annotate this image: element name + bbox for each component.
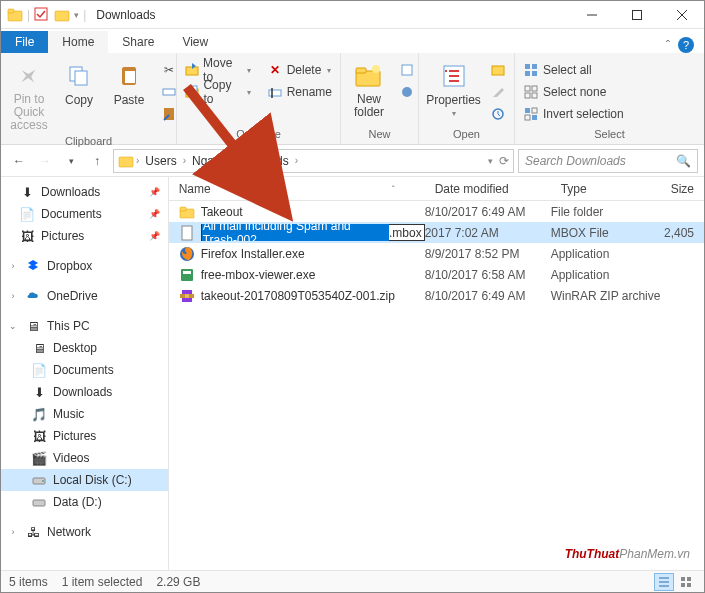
view-large-icons-button[interactable] — [676, 573, 696, 591]
qat-checkbox-icon[interactable] — [34, 7, 50, 23]
navigation-pane: ⬇Downloads📌 📄Documents📌 🖼Pictures📌 ›Drop… — [1, 177, 169, 570]
cut-icon: ✂ — [161, 62, 177, 78]
search-icon: 🔍 — [676, 154, 691, 168]
nav-up-button[interactable]: ↑ — [85, 149, 109, 173]
pin-to-quick-access-button[interactable]: Pin to Quick access — [5, 59, 53, 135]
nav-onedrive[interactable]: ›OneDrive — [1, 285, 168, 307]
chevron-right-icon[interactable]: › — [183, 155, 186, 166]
drive-icon — [31, 472, 47, 488]
refresh-icon[interactable]: ⟳ — [499, 154, 509, 168]
tab-home[interactable]: Home — [48, 31, 108, 53]
copy-button[interactable]: Copy — [55, 59, 103, 109]
new-folder-button[interactable]: New folder — [345, 59, 393, 121]
collapse-ribbon-icon[interactable]: ˆ — [666, 38, 670, 53]
new-item-icon — [399, 62, 415, 78]
nav-back-button[interactable]: ← — [7, 149, 31, 173]
firefox-icon — [179, 246, 195, 262]
onedrive-icon — [25, 288, 41, 304]
address-dropdown-icon[interactable]: ▾ — [488, 156, 493, 166]
nav-music[interactable]: 🎵Music — [1, 403, 168, 425]
svg-rect-35 — [532, 93, 537, 98]
copy-to-button[interactable]: Copy to▾ — [181, 81, 255, 103]
properties-button[interactable]: Properties▾ — [423, 59, 484, 120]
select-all-button[interactable]: Select all — [519, 59, 628, 81]
videos-icon: 🎬 — [31, 450, 47, 466]
nav-videos[interactable]: 🎬Videos — [1, 447, 168, 469]
crumb-downloads[interactable]: Downloads — [225, 154, 292, 168]
column-headers: Nameˆ Date modified Type Size — [169, 177, 704, 201]
chevron-right-icon[interactable]: › — [136, 155, 139, 166]
breadcrumb[interactable]: › Users › Nga › Downloads › ▾ ⟳ — [113, 149, 514, 173]
chevron-right-icon[interactable]: › — [220, 155, 223, 166]
file-row[interactable]: Firefox Installer.exe 8/9/2017 8:52 PM A… — [169, 243, 704, 264]
sort-asc-icon: ˆ — [392, 184, 395, 194]
nav-documents[interactable]: 📄Documents📌 — [1, 203, 168, 225]
col-date[interactable]: Date modified — [425, 182, 551, 196]
expand-icon[interactable]: › — [7, 291, 19, 301]
expand-icon[interactable]: › — [7, 261, 19, 271]
file-row[interactable]: Takeout 8/10/2017 6:49 AM File folder — [169, 201, 704, 222]
crumb-users[interactable]: Users — [141, 154, 180, 168]
file-date: 8/10/2017 6:49 AM — [425, 205, 551, 219]
nav-recent-button[interactable]: ▾ — [59, 149, 83, 173]
chevron-right-icon[interactable]: › — [295, 155, 298, 166]
select-none-button[interactable]: Select none — [519, 81, 628, 103]
file-row[interactable]: takeout-20170809T053540Z-001.zip 8/10/20… — [169, 285, 704, 306]
minimize-button[interactable] — [569, 1, 614, 29]
folder-icon — [118, 153, 134, 169]
qat-folder-icon[interactable] — [54, 7, 70, 23]
nav-datad[interactable]: Data (D:) — [1, 491, 168, 513]
nav-documents-pc[interactable]: 📄Documents — [1, 359, 168, 381]
search-placeholder: Search Downloads — [525, 154, 626, 168]
col-type[interactable]: Type — [551, 182, 661, 196]
edit-button[interactable] — [486, 81, 510, 103]
crumb-nga[interactable]: Nga — [188, 154, 218, 168]
history-button[interactable] — [486, 103, 510, 125]
nav-downloads[interactable]: ⬇Downloads📌 — [1, 181, 168, 203]
invert-selection-button[interactable]: Invert selection — [519, 103, 628, 125]
document-icon: 📄 — [19, 206, 35, 222]
nav-pictures[interactable]: 🖼Pictures📌 — [1, 225, 168, 247]
maximize-button[interactable] — [614, 1, 659, 29]
expand-icon[interactable]: › — [7, 527, 19, 537]
view-details-button[interactable] — [654, 573, 674, 591]
rename-button[interactable]: Rename — [263, 81, 336, 103]
title-bar: | ▾ | Downloads — [1, 1, 704, 29]
col-size[interactable]: Size — [661, 182, 704, 196]
status-selected: 1 item selected — [62, 575, 143, 589]
group-organize-label: Organize — [181, 128, 336, 142]
rename-input[interactable]: All mail Including Spam and Trash-002.mb… — [201, 224, 425, 241]
help-icon[interactable]: ? — [678, 37, 694, 53]
nav-downloads-pc[interactable]: ⬇Downloads — [1, 381, 168, 403]
tab-share[interactable]: Share — [108, 31, 168, 53]
nav-dropbox[interactable]: ›Dropbox — [1, 255, 168, 277]
file-date: 2017 7:02 AM — [425, 226, 551, 240]
file-type: MBOX File — [551, 226, 661, 240]
col-name[interactable]: Nameˆ — [169, 182, 425, 196]
file-date: 8/9/2017 8:52 PM — [425, 247, 551, 261]
nav-localdisk[interactable]: Local Disk (C:) — [1, 469, 168, 491]
paste-button[interactable]: Paste — [105, 59, 153, 109]
svg-rect-9 — [75, 71, 87, 85]
svg-rect-52 — [185, 294, 189, 298]
file-row-renaming[interactable]: All mail Including Spam and Trash-002.mb… — [169, 222, 704, 243]
new-folder-icon — [354, 61, 384, 91]
zip-icon — [179, 288, 195, 304]
nav-pictures-pc[interactable]: 🖼Pictures — [1, 425, 168, 447]
nav-thispc[interactable]: ⌄🖥This PC — [1, 315, 168, 337]
nav-network[interactable]: ›🖧Network — [1, 521, 168, 543]
file-row[interactable]: free-mbox-viewer.exe 8/10/2017 6:58 AM A… — [169, 264, 704, 285]
easy-access-button[interactable] — [395, 81, 419, 103]
new-item-button[interactable] — [395, 59, 419, 81]
nav-forward-button[interactable]: → — [33, 149, 57, 173]
search-input[interactable]: Search Downloads 🔍 — [518, 149, 698, 173]
tab-file[interactable]: File — [1, 31, 48, 53]
delete-button[interactable]: ✕Delete▾ — [263, 59, 336, 81]
open-button[interactable] — [486, 59, 510, 81]
chevron-down-icon: ▾ — [452, 109, 456, 118]
collapse-icon[interactable]: ⌄ — [7, 321, 19, 331]
tab-view[interactable]: View — [168, 31, 222, 53]
nav-desktop[interactable]: 🖥Desktop — [1, 337, 168, 359]
close-button[interactable] — [659, 1, 704, 29]
qat-dropdown-icon[interactable]: ▾ — [74, 10, 79, 20]
